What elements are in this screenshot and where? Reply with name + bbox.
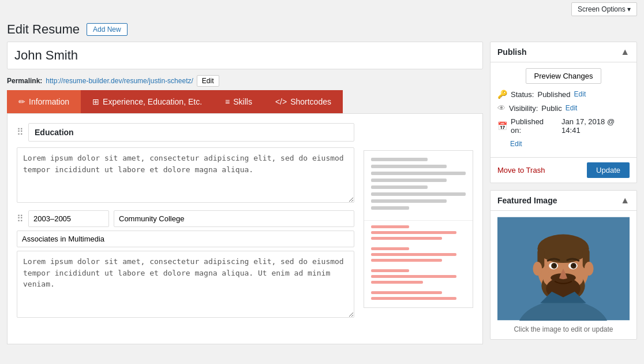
screen-options-button[interactable]: Screen Options ▾ — [571, 2, 637, 16]
section-title-input[interactable] — [28, 123, 354, 142]
publish-panel-body: Preview Changes 🔑 Status: Published Edit… — [491, 62, 636, 157]
table-icon: ⊞ — [92, 97, 99, 106]
drag-handle-section[interactable]: ⠿ — [17, 128, 24, 137]
visibility-value: Public — [541, 104, 561, 113]
preview-line-8 — [371, 206, 409, 210]
status-value: Published — [537, 90, 570, 99]
entry-place-input[interactable] — [114, 210, 354, 227]
tab-information-label: Information — [29, 97, 69, 106]
permalink-label: Permalink: — [7, 77, 42, 85]
svg-point-15 — [553, 264, 556, 266]
preview-area: → — [364, 150, 473, 308]
status-label: Status: — [511, 90, 534, 99]
status-row: 🔑 Status: Published Edit — [497, 90, 630, 99]
preview-pink-line-1 — [371, 225, 409, 228]
preview-top-section — [364, 151, 473, 221]
preview-pink-line-6 — [371, 259, 442, 262]
publish-panel-title: Publish — [497, 47, 527, 57]
tab-experience-label: Experience, Education, Etc. — [103, 97, 202, 106]
entry-date-place-row: ⠿ — [17, 210, 354, 227]
form-area: ⠿ Lorem ipsum dolor sit amet, consectetu… — [17, 123, 354, 335]
publish-panel-header: Publish ▲ — [491, 42, 636, 62]
tab-shortcodes-label: Shortcodes — [290, 97, 331, 106]
tab-shortcodes[interactable]: </> Shortcodes — [264, 90, 343, 113]
featured-image-panel-toggle[interactable]: ▲ — [620, 195, 630, 206]
edit-permalink-button[interactable]: Edit — [197, 75, 219, 87]
tab-skills[interactable]: ≡ Skills — [214, 90, 264, 113]
tab-information[interactable]: ✏ Information — [7, 90, 81, 113]
publish-panel-footer: Move to Trash Update — [491, 157, 636, 183]
permalink-url[interactable]: http://resume-builder.dev/resume/justin-… — [46, 77, 193, 85]
featured-image-panel-header: Featured Image ▲ — [491, 191, 636, 211]
preview-wrapper: → — [364, 123, 473, 335]
visibility-row: 👁 Visibility: Public Edit — [497, 103, 630, 113]
post-title-input[interactable] — [8, 42, 482, 69]
page-title: Edit Resume — [7, 22, 80, 37]
status-edit-link[interactable]: Edit — [574, 90, 586, 98]
svg-point-17 — [533, 262, 542, 276]
preview-line-4 — [371, 179, 447, 182]
preview-pink-line-11 — [371, 297, 456, 300]
entry-block: ⠿ Lorem ipsum dolor sit amet, consectetu… — [17, 210, 354, 325]
preview-pink-line-9 — [371, 281, 423, 284]
preview-line-6 — [371, 192, 466, 196]
tab-experience[interactable]: ⊞ Experience, Education, Etc. — [81, 90, 214, 113]
tab-skills-label: Skills — [233, 97, 252, 106]
publish-panel-toggle[interactable]: ▲ — [620, 47, 630, 57]
visibility-label: Visibility: — [509, 104, 538, 113]
pencil-icon: ✏ — [18, 97, 25, 106]
tabs-bar: ✏ Information ⊞ Experience, Education, E… — [7, 90, 483, 113]
featured-image-panel-body: Click the image to edit or update — [491, 211, 636, 339]
lock-icon: 🔑 — [497, 90, 507, 99]
published-label: Published on: — [511, 117, 552, 135]
featured-image-title: Featured Image — [497, 196, 557, 205]
published-value: Jan 17, 2018 @ 14:41 — [561, 117, 630, 135]
preview-pink-line-2 — [371, 231, 456, 234]
entry-date-input[interactable] — [28, 210, 109, 227]
update-button[interactable]: Update — [587, 162, 630, 178]
calendar-icon: 📅 — [497, 121, 507, 131]
publish-panel: Publish ▲ Preview Changes 🔑 Status: Publ… — [490, 42, 637, 183]
entry-description-textarea[interactable]: Lorem ipsum dolor sit amet, consectetur … — [17, 251, 354, 318]
content-area: ⠿ Lorem ipsum dolor sit amet, consectetu… — [7, 113, 483, 344]
entry-degree-input[interactable] — [17, 231, 354, 247]
svg-point-4 — [537, 235, 589, 263]
svg-point-16 — [573, 264, 575, 266]
published-row: 📅 Published on: Jan 17, 2018 @ 14:41 — [497, 117, 630, 135]
portrait-svg — [497, 217, 630, 321]
preview-pink-line-4 — [371, 247, 409, 250]
preview-line-7 — [371, 199, 447, 203]
preview-pink-section: → — [364, 221, 473, 307]
preview-line-3 — [371, 172, 466, 175]
featured-image-panel: Featured Image ▲ — [490, 190, 637, 340]
preview-line-1 — [371, 158, 428, 161]
preview-card: → — [364, 150, 473, 308]
preview-arrow: → — [364, 257, 365, 272]
featured-image[interactable] — [497, 217, 630, 321]
preview-changes-button[interactable]: Preview Changes — [526, 68, 602, 84]
section-header-row: ⠿ — [17, 123, 354, 142]
preview-pink-line-8 — [371, 275, 456, 278]
preview-pink-line-10 — [371, 291, 442, 294]
visibility-edit-link[interactable]: Edit — [566, 104, 578, 112]
section-description-textarea[interactable]: Lorem ipsum dolor sit amet, consectetur … — [17, 147, 354, 203]
move-to-trash-link[interactable]: Move to Trash — [497, 166, 545, 174]
svg-point-18 — [585, 262, 594, 276]
published-edit-link[interactable]: Edit — [510, 140, 522, 148]
drag-handle-entry[interactable]: ⠿ — [17, 214, 24, 224]
preview-line-5 — [371, 185, 428, 189]
preview-pink-line-7 — [371, 269, 409, 272]
eye-icon: 👁 — [497, 103, 506, 113]
list-icon: ≡ — [225, 97, 230, 106]
code-icon: </> — [275, 97, 287, 106]
right-sidebar: Publish ▲ Preview Changes 🔑 Status: Publ… — [490, 42, 637, 347]
preview-pink-line-5 — [371, 253, 456, 256]
featured-image-caption: Click the image to edit or update — [497, 325, 630, 333]
preview-line-2 — [371, 165, 447, 168]
preview-pink-line-3 — [371, 237, 442, 240]
add-new-button[interactable]: Add New — [87, 23, 128, 36]
